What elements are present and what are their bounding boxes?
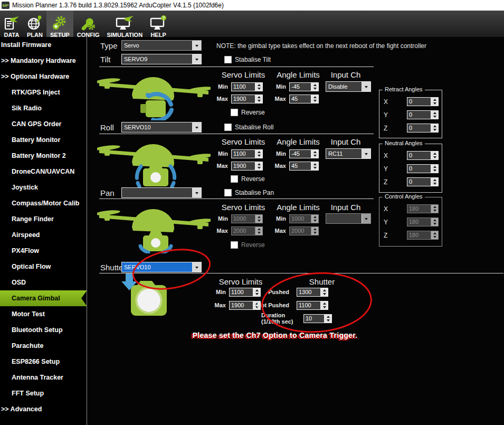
stabilise-tilt-checkbox[interactable]: Stabalise Tilt: [224, 56, 271, 63]
sidebar-item-advanced[interactable]: >> Advanced: [0, 401, 87, 417]
retract-angles-y-spinner[interactable]: 0: [407, 110, 439, 119]
shutter-not-pushed-spinner[interactable]: 1100: [297, 301, 328, 310]
sidebar-item-motor-test[interactable]: Motor Test: [0, 306, 87, 322]
pan-servo-dropdown[interactable]: [121, 187, 202, 198]
help-monitor-icon: ?: [150, 15, 167, 32]
axis-label-x: X: [384, 98, 388, 106]
stabilise-roll-checkbox[interactable]: Stabalise Roll: [224, 124, 273, 131]
group-box-title: Retract Angles: [383, 86, 425, 92]
roll-servo-max-spinner[interactable]: 1900: [231, 162, 263, 171]
nav-help[interactable]: ? HELP: [146, 11, 170, 39]
nav-simulation[interactable]: SIMULATION: [103, 11, 146, 39]
nav-config[interactable]: CONFIG: [73, 11, 103, 39]
shutter-servo-dropdown[interactable]: SERVO10: [121, 262, 202, 272]
sidebar-item-battery-monitor[interactable]: Battery Monitor: [0, 132, 87, 148]
checkbox-box[interactable]: [224, 56, 232, 63]
neutral-angles-z-spinner[interactable]: 0: [407, 177, 439, 186]
shutter-duration-spinner[interactable]: 10: [303, 314, 332, 323]
roll-angle-min-spinner[interactable]: -45: [289, 149, 319, 158]
checkbox-box[interactable]: [231, 109, 238, 116]
spinner-buttons[interactable]: [311, 95, 318, 103]
stabilise-pan-checkbox[interactable]: Stabalise Pan: [224, 189, 274, 196]
sidebar-item-parachute[interactable]: Parachute: [0, 338, 87, 354]
chevron-down-icon[interactable]: [192, 54, 201, 64]
chevron-down-icon[interactable]: [362, 82, 370, 91]
spinner-buttons[interactable]: [324, 315, 331, 323]
spinner-buttons[interactable]: [431, 152, 438, 159]
min-label: Min: [267, 215, 286, 222]
tilt-reverse-checkbox[interactable]: Reverse: [231, 109, 265, 116]
shutter-pushed-spinner[interactable]: 1300: [297, 288, 328, 297]
sidebar-item-battery-monitor-2[interactable]: Battery Monitor 2: [0, 148, 87, 164]
sidebar-item-dronecan-uavcan[interactable]: DroneCAN/UAVCAN: [0, 164, 87, 180]
tilt-servo-min-spinner[interactable]: 1100: [231, 82, 263, 91]
sidebar-item-compass-motor-calib[interactable]: Compass/Motor Calib: [0, 195, 87, 211]
neutral-angles-x-spinner[interactable]: 0: [407, 151, 439, 160]
sidebar-item-fft-setup[interactable]: FFT Setup: [0, 385, 87, 401]
spinner-buttons[interactable]: [255, 150, 262, 158]
nav-setup[interactable]: SETUP: [46, 11, 73, 39]
spinner-buttons[interactable]: [431, 98, 438, 106]
roll-servo-dropdown[interactable]: SERVO10: [121, 122, 202, 133]
sidebar-item-px4flow[interactable]: PX4Flow: [0, 243, 87, 259]
chevron-down-icon[interactable]: [192, 41, 201, 50]
retract-angles-x-spinner[interactable]: 0: [407, 97, 439, 106]
tilt-angle-max-spinner[interactable]: 45: [289, 95, 319, 103]
tilt-servo-dropdown[interactable]: SERVO9: [121, 54, 202, 64]
spinner-buttons[interactable]: [431, 111, 438, 119]
sidebar-item-camera-gimbal[interactable]: Camera Gimbal: [0, 290, 87, 306]
roll-servo-min-spinner[interactable]: 1100: [231, 149, 263, 158]
mission-planner-icon: MP: [2, 2, 9, 9]
max-label: Max: [267, 228, 286, 234]
tilt-angle-min-spinner[interactable]: -45: [289, 82, 319, 91]
chevron-down-icon[interactable]: [192, 122, 201, 132]
tilt-label: Tilt: [100, 55, 110, 64]
spinner-value: 1900: [230, 301, 253, 309]
gimbal-type-dropdown[interactable]: Servo: [121, 40, 202, 51]
spinner-buttons[interactable]: [431, 178, 438, 186]
sidebar-item-rtk-gps-inject[interactable]: RTK/GPS Inject: [0, 84, 87, 100]
neutral-angles-y-spinner[interactable]: 0: [407, 164, 439, 173]
spinner-buttons[interactable]: [431, 124, 438, 132]
sidebar-item-osd[interactable]: OSD: [0, 275, 87, 290]
checkbox-box[interactable]: [224, 189, 232, 196]
chevron-down-icon[interactable]: [192, 188, 201, 197]
spinner-buttons[interactable]: [311, 150, 318, 158]
sidebar-item-range-finder[interactable]: Range Finder: [0, 211, 87, 227]
checkbox-box[interactable]: [231, 175, 238, 183]
sidebar-item-esp8266-setup[interactable]: ESP8266 Setup: [0, 354, 87, 370]
spinner-buttons[interactable]: [431, 165, 438, 173]
sidebar-item-joystick[interactable]: Joystick: [0, 180, 87, 195]
sidebar-item-sik-radio[interactable]: Sik Radio: [0, 100, 87, 116]
checkbox-box[interactable]: [224, 124, 232, 131]
sidebar-item-install-firmware[interactable]: Install Firmware: [0, 37, 87, 53]
config-wrench-icon: [80, 15, 96, 32]
sidebar-item-can-gps-order[interactable]: CAN GPS Order: [0, 116, 87, 132]
chevron-down-icon[interactable]: [362, 149, 370, 158]
spinner-buttons[interactable]: [320, 288, 328, 296]
spinner-buttons[interactable]: [255, 162, 262, 170]
sidebar-item-airspeed[interactable]: Airspeed: [0, 227, 87, 243]
retract-angles-z-spinner[interactable]: 0: [407, 124, 439, 133]
spinner-buttons[interactable]: [311, 83, 318, 91]
sidebar-item-optional-hardware[interactable]: >> Optional Hardware: [0, 69, 87, 84]
spinner-buttons[interactable]: [320, 301, 328, 309]
roll-reverse-checkbox[interactable]: Reverse: [231, 175, 265, 183]
nav-plan[interactable]: PLAN: [23, 11, 46, 39]
sidebar-item-mandatory-hardware[interactable]: >> Mandatory Hardware: [0, 53, 87, 69]
spinner-value: 1000: [232, 215, 255, 223]
tilt-servo-max-spinner[interactable]: 1900: [231, 95, 263, 103]
mission-planner-window: MP Mission Planner 1.3.76 build 1.3.8029…: [0, 0, 504, 425]
sidebar-item-antenna-tracker[interactable]: Antenna Tracker: [0, 370, 87, 385]
chevron-down-icon[interactable]: [192, 262, 201, 272]
nav-data[interactable]: DATA: [0, 11, 23, 39]
spinner-buttons[interactable]: [255, 83, 262, 91]
roll-input-ch-dropdown[interactable]: RC11: [326, 148, 371, 159]
spinner-buttons[interactable]: [255, 95, 262, 103]
tilt-input-ch-dropdown[interactable]: Disable: [326, 81, 371, 92]
sidebar-item-optical-flow[interactable]: Optical Flow: [0, 259, 87, 275]
spinner-buttons[interactable]: [311, 162, 318, 170]
axis-label-y: Y: [384, 111, 388, 119]
sidebar-item-bluetooth-setup[interactable]: Bluetooth Setup: [0, 322, 87, 338]
roll-angle-max-spinner[interactable]: 45: [289, 162, 319, 171]
